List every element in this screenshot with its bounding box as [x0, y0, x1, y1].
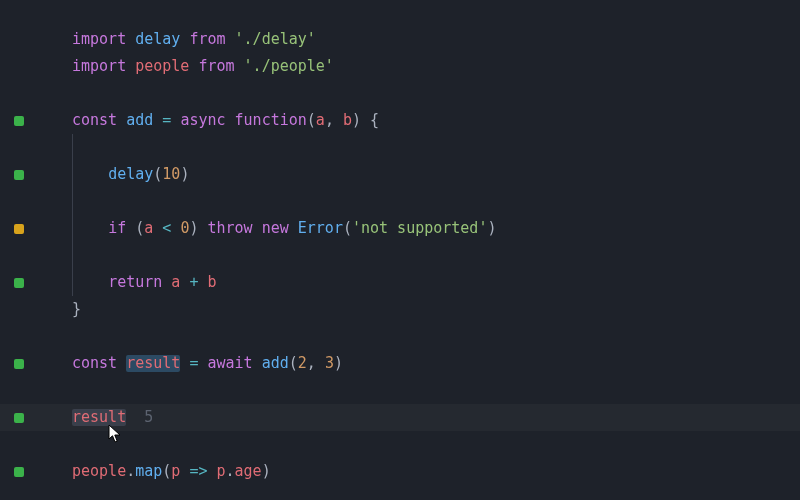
ident-result: result	[72, 409, 126, 426]
code-line[interactable]: import delay from './delay'	[0, 26, 800, 53]
gutter	[14, 116, 72, 126]
code-line[interactable]: const result = await add(2, 3)	[0, 350, 800, 377]
keyword-import: import	[72, 32, 126, 47]
code-line[interactable]	[0, 242, 800, 269]
code-editor[interactable]: import delay from './delay' import peopl…	[0, 0, 800, 485]
code-content: import people from './people'	[72, 59, 334, 74]
indent-guide	[72, 134, 73, 161]
keyword-from: from	[189, 32, 225, 47]
coverage-marker-green	[14, 278, 24, 288]
indent-guide	[72, 188, 73, 215]
keyword-if: if	[108, 221, 126, 236]
coverage-marker-green	[14, 170, 24, 180]
coverage-marker-green	[14, 116, 24, 126]
coverage-marker-green	[14, 413, 24, 423]
coverage-marker-yellow	[14, 224, 24, 234]
code-line[interactable]: const add = async function(a, b) {	[0, 107, 800, 134]
keyword-new: new	[262, 221, 289, 236]
code-line[interactable]	[0, 431, 800, 458]
code-line[interactable]: delay(10)	[0, 161, 800, 188]
code-content: import delay from './delay'	[72, 32, 316, 47]
ident-people: people	[135, 59, 189, 74]
code-line[interactable]	[0, 134, 800, 161]
code-line-current[interactable]: result5	[0, 404, 800, 431]
ident-result: result	[126, 355, 180, 372]
code-line[interactable]	[0, 323, 800, 350]
indent-guide	[72, 242, 73, 269]
ident-add: add	[126, 113, 153, 128]
code-line[interactable]: }	[0, 296, 800, 323]
coverage-marker-green	[14, 359, 24, 369]
string-literal: './delay'	[235, 32, 316, 47]
keyword-async: async	[180, 113, 225, 128]
code-line[interactable]: people.map(p => p.age)	[0, 458, 800, 485]
keyword-await: await	[207, 356, 252, 371]
code-line[interactable]: if (a < 0) throw new Error('not supporte…	[0, 215, 800, 242]
code-line[interactable]	[0, 80, 800, 107]
keyword-const: const	[72, 113, 117, 128]
code-line[interactable]: import people from './people'	[0, 53, 800, 80]
ident-map: map	[135, 464, 162, 479]
keyword-function: function	[235, 113, 307, 128]
code-line[interactable]: return a + b	[0, 269, 800, 296]
inline-evaluation: 5	[144, 410, 153, 425]
code-line[interactable]	[0, 377, 800, 404]
ident-delay: delay	[135, 32, 180, 47]
code-line[interactable]	[0, 188, 800, 215]
coverage-marker-green	[14, 467, 24, 477]
keyword-throw: throw	[207, 221, 252, 236]
code-content: const add = async function(a, b) {	[72, 113, 379, 128]
keyword-return: return	[108, 275, 162, 290]
ident-error: Error	[298, 221, 343, 236]
